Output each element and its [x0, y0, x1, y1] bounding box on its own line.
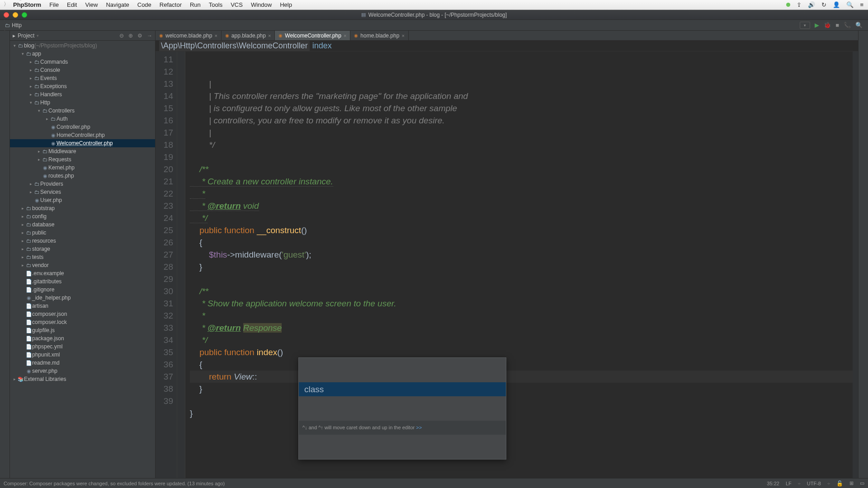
code-line-39[interactable]	[190, 419, 853, 432]
line-separator[interactable]: LF	[786, 481, 792, 486]
code-line-15[interactable]: |	[190, 127, 853, 139]
tree-arrow-icon[interactable]: ▸	[20, 263, 25, 267]
project-label[interactable]: Project	[18, 33, 34, 39]
spotlight-icon[interactable]: 🔍	[846, 1, 854, 8]
tree-node-phpspec-yml[interactable]: 📄phpspec.yml	[10, 343, 155, 351]
code-line-25[interactable]: $this->middleware('guest');	[190, 249, 853, 261]
tree-node-middleware[interactable]: ▸🗀Middleware	[10, 147, 155, 155]
tree-node-http[interactable]: ▾🗀Http	[10, 99, 155, 107]
tree-node-composer-lock[interactable]: 📄composer.lock	[10, 318, 155, 326]
tree-node-console[interactable]: ▸🗀Console	[10, 66, 155, 74]
listen-debug-icon[interactable]: 📞	[844, 22, 851, 28]
code-line-19[interactable]: * Create a new controller instance.	[190, 175, 853, 188]
zoom-window-button[interactable]	[22, 12, 27, 18]
tree-node-package-json[interactable]: 📄package.json	[10, 334, 155, 343]
menu-help[interactable]: Help	[276, 1, 296, 8]
search-everywhere-icon[interactable]: 🔍	[855, 22, 863, 28]
tree-node-storage[interactable]: ▸🗀storage	[10, 245, 155, 253]
code-line-13[interactable]: | is configured to only allow guests. Li…	[190, 102, 853, 114]
memory-indicator[interactable]: ▭	[860, 480, 864, 486]
autocomplete-popup[interactable]: class ^↓ and ^↑ will move caret down and…	[298, 357, 506, 460]
tree-arrow-icon[interactable]: ▸	[20, 239, 25, 243]
code-line-24[interactable]: {	[190, 236, 853, 249]
tree-node-exceptions[interactable]: ▸🗀Exceptions	[10, 82, 155, 90]
status-dot-icon[interactable]	[786, 3, 790, 7]
close-tab-icon[interactable]: ×	[344, 33, 346, 38]
time-machine-icon[interactable]: ↻	[821, 1, 826, 8]
tree-node-auth[interactable]: ▸🗀Auth	[10, 115, 155, 123]
tree-arrow-icon[interactable]: ▸	[20, 206, 25, 211]
code-line-27[interactable]	[190, 273, 853, 285]
tree-node-composer-json[interactable]: 📄composer.json	[10, 310, 155, 318]
hide-icon[interactable]: →	[147, 33, 152, 39]
tree-node-server-php[interactable]: ◉server.php	[10, 367, 155, 375]
tree-arrow-icon[interactable]: ▸	[36, 149, 42, 154]
tree-node-gulpfile-js[interactable]: 📄gulpfile.js	[10, 326, 155, 334]
tree-node-user-php[interactable]: ◉User.php	[10, 196, 155, 204]
code-line-29[interactable]: * Show the application welcome screen to…	[190, 297, 853, 310]
breadcrumb-blog[interactable]: 🗀blog	[3, 0, 71, 0]
tree-node-commands[interactable]: ▸🗀Commands	[10, 58, 155, 66]
tree-node-welcomecontroller-php[interactable]: ◉WelcomeController.php	[10, 139, 155, 147]
code-editor[interactable]: | | This controller renders the "marketi…	[185, 52, 853, 478]
close-tab-icon[interactable]: ×	[268, 33, 271, 38]
breadcrumb-http[interactable]: 🗀Http	[3, 22, 71, 28]
tree-node-routes-php[interactable]: ◉routes.php	[10, 172, 155, 180]
menu-view[interactable]: View	[81, 1, 102, 8]
code-line-18[interactable]: /**	[190, 163, 853, 175]
run-icon[interactable]: ▶	[815, 22, 819, 28]
tree-node-kernel-php[interactable]: ◉Kernel.php	[10, 164, 155, 172]
menu-navigate[interactable]: Navigate	[102, 1, 133, 8]
caret-position[interactable]: 35:22	[767, 481, 779, 486]
collapse-icon[interactable]: ⊖	[119, 33, 124, 39]
tree-node-config[interactable]: ▸🗀config	[10, 212, 155, 221]
tree-node-events[interactable]: ▸🗀Events	[10, 74, 155, 82]
code-line-23[interactable]: public function __construct()	[190, 224, 853, 236]
code-line-16[interactable]: */	[190, 139, 853, 151]
run-config-dropdown[interactable]: ▾	[800, 22, 810, 29]
tree-arrow-icon[interactable]: ▸	[12, 377, 17, 381]
context-icon[interactable]: ⊞	[849, 480, 854, 486]
code-line-35[interactable]: return View::	[190, 371, 853, 383]
tree-node-controllers[interactable]: ▾🗀Controllers	[10, 107, 155, 115]
tree-arrow-icon[interactable]: ▸	[28, 60, 33, 64]
code-line-37[interactable]	[190, 395, 853, 407]
line-gutter[interactable]: 1112131415161718192021222324252627282930…	[156, 52, 177, 478]
menu-run[interactable]: Run	[186, 1, 205, 8]
tree-node-homecontroller-php[interactable]: ◉HomeController.php	[10, 131, 155, 139]
tree-arrow-icon[interactable]: ▾	[12, 43, 17, 48]
close-window-button[interactable]	[4, 12, 9, 18]
tree-arrow-icon[interactable]: ▸	[28, 68, 33, 72]
tree-node--gitignore[interactable]: 📄.gitignore	[10, 286, 155, 294]
code-line-32[interactable]: */	[190, 334, 853, 346]
code-line-22[interactable]: */	[190, 212, 853, 224]
fold-gutter[interactable]	[177, 52, 185, 478]
user-icon[interactable]: 👤	[833, 1, 840, 8]
tree-node-artisan[interactable]: 📄artisan	[10, 302, 155, 310]
tree-node--gitattributes[interactable]: 📄.gitattributes	[10, 277, 155, 286]
tree-node-requests[interactable]: ▸🗀Requests	[10, 155, 155, 164]
tree-node-vendor[interactable]: ▸🗀vendor	[10, 261, 155, 269]
tree-arrow-icon[interactable]: ▾	[28, 100, 33, 105]
tab-home-blade-php[interactable]: ◉home.blade.php×	[350, 31, 409, 40]
code-line-28[interactable]: /**	[190, 285, 853, 297]
code-line-36[interactable]: }	[190, 383, 853, 395]
tree-node-database[interactable]: ▸🗀database	[10, 221, 155, 229]
notification-icon[interactable]: ≡	[860, 1, 863, 8]
menu-refactor[interactable]: Refactor	[156, 1, 186, 8]
namespace-crumb[interactable]: \App\Http\Controllers\WelcomeController	[159, 41, 310, 51]
code-line-26[interactable]: }	[190, 261, 853, 273]
close-tab-icon[interactable]: ×	[214, 33, 217, 38]
tree-arrow-icon[interactable]: ▸	[20, 255, 25, 259]
tree-node-_ide_helper-php[interactable]: ◉_ide_helper.php	[10, 294, 155, 302]
tree-node-bootstrap[interactable]: ▸🗀bootstrap	[10, 204, 155, 212]
autocomplete-hint-link[interactable]: >>	[416, 425, 422, 430]
tree-node-controller-php[interactable]: ◉Controller.php	[10, 123, 155, 131]
autocomplete-item[interactable]: class	[299, 382, 506, 396]
file-encoding[interactable]: UTF-8	[807, 481, 821, 486]
stop-icon[interactable]: ■	[835, 22, 839, 28]
tree-node--env-example[interactable]: 📄.env.example	[10, 269, 155, 277]
tree-node-services[interactable]: ▸🗀Services	[10, 188, 155, 196]
readonly-toggle-icon[interactable]: 🔓	[836, 480, 843, 487]
code-line-14[interactable]: | controllers, you are free to modify or…	[190, 114, 853, 127]
